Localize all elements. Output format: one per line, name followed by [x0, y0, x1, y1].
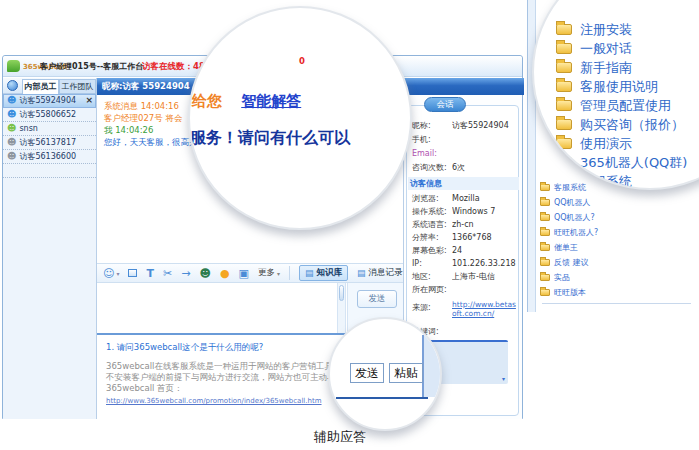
emoticon-icon[interactable]: ☺ [103, 268, 114, 279]
folder-label: 注册安装 [580, 21, 632, 39]
alert-icon[interactable]: ● [220, 268, 230, 279]
visitor-list-item[interactable]: ☻ 访客55806652 [3, 108, 96, 122]
kb-folder-item[interactable]: 实品 [540, 270, 697, 285]
compose-scrollbar[interactable] [337, 283, 346, 333]
session-tab[interactable]: 会话 [424, 97, 466, 112]
visitors-online-count: 访客在线数：48 [142, 61, 205, 73]
dropdown-arrow-icon[interactable]: ▾ [502, 375, 505, 382]
folder-icon [556, 138, 572, 149]
field-label: 手机: [412, 133, 452, 147]
folder-label: 管理员配置使用 [580, 97, 671, 115]
magnified-system-line: 给您 智能解答 [192, 92, 301, 111]
visitor-name: 访客55924904 [19, 95, 76, 106]
send-button[interactable]: 发送 [357, 290, 397, 308]
app-logo-icon [7, 60, 20, 72]
compose-toolbar: ☺ ▾ T ✂ → ☻ ● ▣ 更多 ▾ ▤ 知识库 ▤ [97, 263, 403, 283]
field-row: IP: 101.226.33.218 [412, 257, 519, 270]
message-history-button[interactable]: ▤ 消息记录 [357, 267, 403, 279]
toolbar-divider [289, 266, 290, 280]
remote-window-icon[interactable]: ▣ [239, 268, 249, 279]
magnified-text-fragment: 给您 [192, 92, 222, 110]
field-value: 6次 [452, 161, 465, 175]
font-icon[interactable]: T [146, 268, 154, 279]
more-button[interactable]: 更多 ▾ [258, 267, 280, 279]
field-label: 分辨率: [412, 231, 452, 244]
document-icon: ▤ [357, 269, 366, 278]
close-chat-icon[interactable]: × [85, 96, 93, 105]
kb-folder-item[interactable]: 旺旺版本 [540, 285, 697, 300]
folder-label: 实品 [554, 272, 570, 283]
folder-label: 客服使用说明 [580, 78, 658, 96]
folder-label: 客服系统 [554, 182, 586, 193]
field-value: Windows 7 [452, 205, 495, 218]
kb-folder-item[interactable]: 催单王 [540, 240, 697, 255]
visitor-list-item[interactable]: ☻ 访客56137817 [3, 136, 96, 150]
visitor-offline-icon: ☻ [7, 152, 16, 161]
agent-status-icon[interactable] [7, 80, 18, 91]
kb-folder-item[interactable]: 反馈 建议 [540, 255, 697, 270]
folder-label: 旺旺版本 [554, 287, 586, 298]
field-value: 24 [452, 244, 462, 257]
screenshot-icon[interactable] [128, 269, 137, 277]
smart-answer-link: 智能解答 [241, 92, 301, 110]
more-label: 更多 [258, 267, 275, 279]
kb-folder-item[interactable]: 旺旺机器人? [540, 225, 697, 240]
emoticon-dropdown-icon[interactable]: ▾ [116, 270, 119, 277]
folder-label: 购买咨询（报价） [580, 116, 684, 134]
folder-icon [540, 214, 550, 221]
visitor-name: snsn [19, 124, 37, 133]
kb-folder-item[interactable]: QQ机器人? [540, 210, 697, 225]
visitor-online-icon: ☻ [7, 96, 16, 105]
visitor-list-item[interactable]: ☻ 访客56136600 [3, 150, 96, 164]
field-value: 访客55924904 [452, 119, 509, 133]
visitor-list-item[interactable]: ☻ 访客55924904 × [3, 94, 96, 108]
folder-icon [540, 289, 550, 296]
keyword-label: 关键词: [412, 326, 519, 337]
folder-icon [540, 274, 550, 281]
folder-icon [556, 62, 572, 73]
folder-icon [556, 24, 572, 35]
tab-internal-staff[interactable]: 内部员工 [22, 79, 59, 94]
field-label: 咨询次数: [412, 161, 452, 175]
scissors-icon[interactable]: ✂ [163, 268, 172, 279]
source-row: 来源: http://www.betasoft.com.cn/ [412, 298, 519, 318]
field-row: 地区: 上海市-电信 [412, 270, 519, 283]
source-link[interactable]: http://www.betasoft.com.cn/ [452, 298, 519, 318]
grid-icon: ▤ [305, 269, 314, 278]
visitor-offline-icon: ☻ [7, 138, 16, 147]
source-label: 来源: [412, 298, 452, 318]
magnified-folder-item: 注册安装 [556, 20, 687, 39]
field-row: 屏幕色彩: 24 [412, 244, 519, 257]
field-row: 操作系统: Windows 7 [412, 205, 519, 218]
folder-icon [540, 229, 550, 236]
field-value: zh-cn [452, 218, 474, 231]
scrollbar-thumb[interactable] [339, 285, 344, 301]
magnified-folder-item: 购买咨询（报价） [556, 115, 687, 134]
file-transfer-icon[interactable]: → [181, 268, 190, 279]
field-label: 地区: [412, 270, 452, 283]
field-row: 咨询次数: 6次 [412, 161, 519, 175]
visitor-info-section-title: 访客信息 [408, 177, 519, 190]
magnified-folder-item: 客服使用说明 [556, 77, 687, 96]
window-title: 客户经理015号--客服工作台 [40, 61, 143, 72]
knowledge-tree-list: 客服系统 QQ机器人 QQ机器人? 旺旺机器人? 催单王 反馈 建议 实品 旺旺… [540, 180, 697, 300]
invite-user-icon[interactable]: ☻ [199, 268, 210, 279]
magnified-folder-item: 一般对话 [556, 39, 687, 58]
field-label: 所在网页: [412, 283, 452, 296]
field-row: 系统语言: zh-cn [412, 218, 519, 231]
folder-label: 使用演示 [580, 135, 632, 153]
kb-folder-item[interactable]: QQ机器人 [540, 195, 697, 210]
field-row: 昵称: 访客55924904 [412, 119, 519, 133]
folder-label: QQ机器人 [554, 197, 591, 208]
magnified-folder-item: 新手指南 [556, 58, 687, 77]
visitor-list-empty-row [3, 164, 96, 178]
field-value: 101.226.33.218 [452, 257, 516, 270]
magnified-folder-item: 管理员配置使用 [556, 96, 687, 115]
visitor-chat-icon: ☻ [7, 124, 16, 133]
image-caption: 辅助应答 [297, 428, 383, 446]
folder-icon [540, 199, 550, 206]
knowledge-base-button[interactable]: ▤ 知识库 [299, 265, 348, 281]
tab-work-team[interactable]: 工作团队 [59, 79, 96, 94]
visitor-list-item[interactable]: ☻ snsn [3, 122, 96, 136]
folder-label: 新手指南 [580, 59, 632, 77]
